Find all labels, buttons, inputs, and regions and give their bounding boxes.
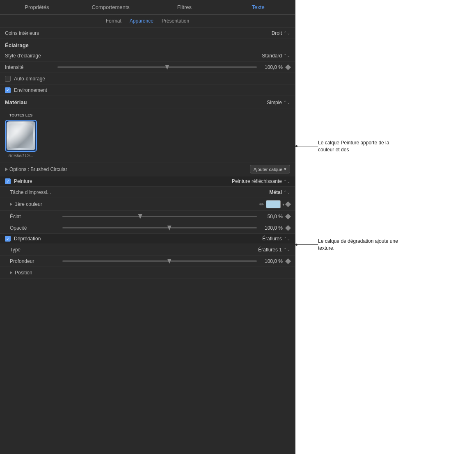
style-eclairage-value[interactable]: Standard ⌃⌄ [262,53,290,59]
material-name: Brushed Cir... [9,153,34,158]
annotation-line-depredation [298,244,318,245]
style-eclairage-row: Style d'éclairage Standard ⌃⌄ [0,50,295,62]
coins-interieurs-chevron: ⌃⌄ [284,31,290,35]
peinture-checkbox[interactable] [5,178,11,184]
opacite-keyframe[interactable] [285,225,291,230]
intensite-keyframe[interactable] [285,64,291,70]
opacite-row: Opacité 100,0 % [0,222,295,234]
position-row: Position [0,267,295,278]
materiau-label: Matériau [5,99,267,105]
depredation-type[interactable]: Éraflures ⌃⌄ [262,236,290,242]
environnement-checkbox[interactable] [5,87,11,93]
opacite-thumb[interactable] [167,226,172,230]
depredation-type-chevron2: ⌃⌄ [284,247,290,252]
options-toggle[interactable]: Options : Brushed Circular [5,167,250,172]
top-tabs: Propriétés Comportements Filtres Texte [0,0,295,15]
material-grid: TOUTES LES Brushed Cir... [0,109,295,162]
add-layer-chevron-icon: ▾ [284,167,286,172]
material-tag: TOUTES LES [9,113,32,117]
eclat-thumb[interactable] [138,214,142,219]
environnement-label: Environnement [14,87,47,93]
annotation-depredation: Le calque de dégradation ajoute une text… [295,238,400,252]
position-label: Position [12,270,290,276]
coins-interieurs-row: Coins intérieurs Droit ⌃⌄ [0,27,295,39]
coins-interieurs-label: Coins intérieurs [5,30,272,36]
profondeur-slider[interactable] [62,260,257,262]
couleur-keyframe[interactable] [285,201,291,207]
coins-interieurs-value[interactable]: Droit ⌃⌄ [272,30,290,36]
add-layer-button[interactable]: Ajouter calque ▾ [250,165,290,173]
eclat-row: Éclat 50,0 % [0,211,295,222]
eclat-label: Éclat [10,214,59,219]
options-label: Options : Brushed Circular [9,167,67,172]
tache-chevron: ⌃⌄ [284,190,290,194]
tache-row: Tâche d'impressi... Métal ⌃⌄ [0,187,295,198]
auto-ombrage-row: Auto-ombrage [0,73,295,84]
peinture-type[interactable]: Peinture réfléchissante ⌃⌄ [232,178,290,184]
subtab-format[interactable]: Format [106,18,121,24]
peinture-type-chevron: ⌃⌄ [284,179,290,184]
annotation-peinture: Le calque Peinture apporte de la couleur… [295,139,400,153]
profondeur-thumb[interactable] [167,259,172,264]
tab-proprietes[interactable]: Propriétés [0,0,74,14]
intensite-thumb[interactable] [165,65,169,70]
intensite-label: Intensité [5,64,54,70]
depredation-type-chevron: ⌃⌄ [284,237,290,241]
intensite-value: 100,0 % [260,64,283,70]
depredation-layer-row: Déprédation Éraflures ⌃⌄ [0,234,295,244]
sub-tabs: Format Apparence Présentation [0,15,295,27]
profondeur-row: Profondeur 100,0 % [0,256,295,267]
inspector-panel: Propriétés Comportements Filtres Texte F… [0,0,295,454]
eyedropper-icon[interactable]: ✏ [259,201,264,208]
options-row: Options : Brushed Circular Ajouter calqu… [0,162,295,176]
eclat-keyframe[interactable] [285,213,291,219]
depredation-checkbox[interactable] [5,236,11,242]
tache-label: Tâche d'impressi... [10,189,269,195]
materiau-header: Matériau Simple ⌃⌄ [0,96,295,109]
profondeur-keyframe[interactable] [285,258,291,264]
annotation-panel: Le calque Peinture apporte de la couleur… [295,0,476,454]
opacite-label: Opacité [10,225,59,231]
materiau-value[interactable]: Simple ⌃⌄ [267,100,290,105]
style-eclairage-chevron: ⌃⌄ [284,53,290,58]
add-layer-label: Ajouter calque [254,167,282,172]
subtab-presentation[interactable]: Présentation [162,18,189,24]
couleur-swatch[interactable] [266,200,281,208]
tache-value[interactable]: Métal ⌃⌄ [269,189,290,195]
opacite-slider[interactable] [62,227,257,228]
tab-texte[interactable]: Texte [221,0,295,14]
couleur-label: 1ère couleur [12,201,259,207]
eclat-slider[interactable] [62,216,257,217]
intensite-row: Intensité 100,0 % [0,62,295,73]
couleur-row: 1ère couleur ✏ ▾ [0,198,295,211]
style-eclairage-label: Style d'éclairage [5,53,262,59]
intensite-slider[interactable] [57,66,257,68]
couleur-expand-chevron[interactable]: ▾ [282,202,284,207]
opacite-value: 100,0 % [260,225,283,231]
profondeur-value: 100,0 % [260,258,283,264]
peinture-layer-row: Peinture Peinture réfléchissante ⌃⌄ [0,176,295,187]
tab-comportements[interactable]: Comportements [74,0,148,14]
eclairage-section-header: Éclairage [0,39,295,50]
depredation-type-label: Type [10,247,258,253]
annotation-line-peinture [298,146,318,146]
depredation-type-row: Type Éraflures 1 ⌃⌄ [0,244,295,256]
auto-ombrage-label: Auto-ombrage [14,76,45,82]
options-triangle-icon [5,167,8,171]
auto-ombrage-checkbox[interactable] [5,76,11,82]
materiau-chevron: ⌃⌄ [284,100,290,105]
depredation-label: Déprédation [14,236,259,242]
depredation-type-value[interactable]: Éraflures 1 ⌃⌄ [258,247,290,253]
material-item-brushed[interactable]: TOUTES LES Brushed Cir... [5,113,37,158]
inspector-content: Coins intérieurs Droit ⌃⌄ Éclairage Styl… [0,27,295,454]
profondeur-label: Profondeur [10,258,59,264]
tab-filtres[interactable]: Filtres [148,0,222,14]
annotation-text-peinture: Le calque Peinture apporte de la couleur… [318,139,400,153]
material-thumb-wrapper [5,120,37,152]
couleur-controls: ✏ ▾ [259,200,290,208]
eclat-value: 50,0 % [260,214,283,219]
environnement-row: Environnement [0,84,295,96]
peinture-label: Peinture [14,178,229,184]
subtab-apparence[interactable]: Apparence [130,18,153,24]
material-thumb [7,121,35,150]
